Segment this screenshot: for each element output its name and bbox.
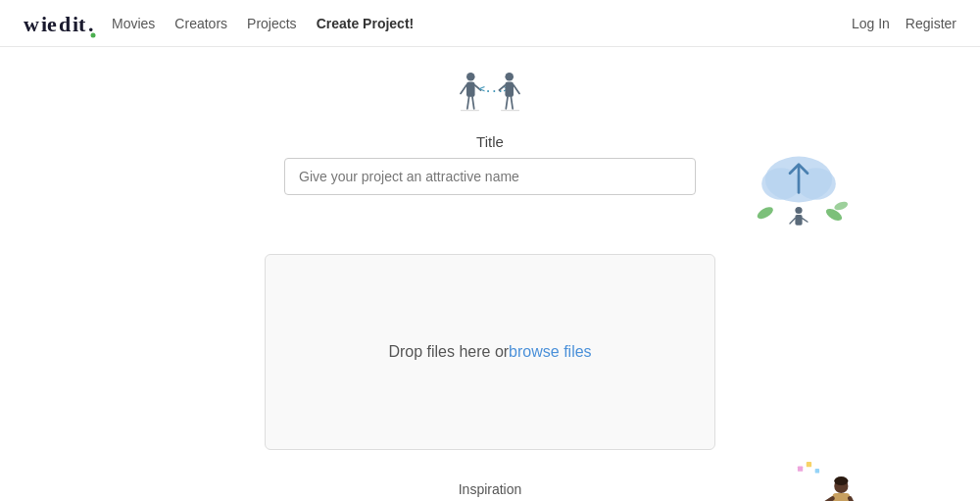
title-section: Title [137, 133, 843, 195]
dropzone-text: Drop files here or [388, 343, 509, 361]
svg-rect-16 [505, 81, 514, 96]
svg-line-29 [790, 219, 795, 224]
browse-files-link[interactable]: browse files [509, 343, 591, 361]
svg-point-24 [761, 168, 801, 199]
svg-rect-35 [807, 462, 811, 467]
nav-auth: Log In Register [852, 16, 956, 31]
svg-line-20 [511, 97, 513, 109]
cloud-illustration [745, 144, 853, 232]
svg-line-19 [506, 97, 508, 109]
svg-rect-34 [798, 466, 803, 471]
svg-rect-36 [815, 469, 819, 473]
dropzone-wrapper: Drop files here or browse files [265, 254, 715, 450]
dropzone[interactable]: Drop files here or browse files [265, 254, 715, 450]
register-link[interactable]: Register [906, 16, 956, 31]
svg-text:<...>: <...> [479, 82, 510, 94]
svg-text:e: e [47, 12, 57, 36]
svg-rect-28 [795, 215, 802, 225]
nav-movies[interactable]: Movies [112, 16, 155, 31]
login-link[interactable]: Log In [852, 16, 890, 31]
svg-point-33 [833, 200, 849, 212]
title-label: Title [476, 133, 504, 150]
svg-text:w: w [24, 12, 39, 36]
logo[interactable]: w i e d i t . [24, 10, 112, 37]
svg-point-8 [466, 73, 475, 81]
nav-projects[interactable]: Projects [247, 16, 297, 31]
svg-text:d: d [59, 12, 71, 36]
svg-point-25 [797, 168, 836, 199]
svg-line-30 [803, 219, 808, 223]
svg-rect-9 [466, 81, 475, 96]
nav-links: Movies Creators Projects Create Project! [112, 16, 852, 31]
inspiration-section: Inspiration Inspired by the video and wa… [137, 481, 843, 501]
nav-creators[interactable]: Creators [174, 16, 227, 31]
nav-create-project[interactable]: Create Project! [317, 16, 415, 31]
inspiration-title: Inspiration [459, 481, 522, 497]
svg-point-7 [91, 32, 96, 37]
title-input[interactable] [284, 158, 696, 195]
navbar: w i e d i t . Movies Creators Projects C… [0, 0, 980, 47]
svg-line-10 [461, 85, 466, 94]
sitting-illustration [794, 462, 862, 501]
svg-point-31 [756, 205, 775, 222]
main-content: <...> Title [118, 47, 862, 501]
svg-text:t: t [78, 12, 86, 36]
svg-line-13 [472, 97, 474, 109]
svg-line-18 [514, 85, 519, 94]
svg-point-38 [834, 476, 848, 485]
svg-text:.: . [88, 12, 93, 36]
coding-illustration-container: <...> [137, 67, 843, 125]
svg-point-27 [795, 207, 802, 214]
svg-point-15 [505, 73, 514, 81]
svg-line-12 [467, 97, 469, 109]
coding-illustration: <...> [451, 67, 529, 125]
svg-rect-39 [832, 493, 850, 501]
